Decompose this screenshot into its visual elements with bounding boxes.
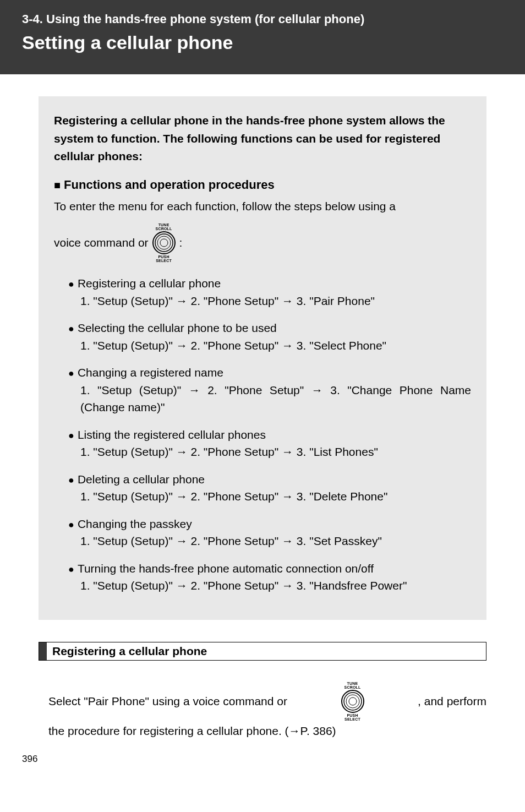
- list-item: ●Listing the registered cellular phones1…: [68, 426, 471, 461]
- section-bar: Registering a cellular phone: [39, 642, 486, 661]
- list-item-path: 1. "Setup (Setup)" → 2. "Phone Setup" → …: [68, 337, 471, 355]
- tune-scroll-knob-icon: TUNE SCROLL PUSH SELECT: [341, 682, 365, 721]
- function-list: ●Registering a cellular phone1. "Setup (…: [54, 275, 471, 595]
- list-item-path: 1. "Setup (Setup)" → 2. "Phone Setup" → …: [68, 382, 471, 416]
- main-content: Registering a cellular phone in the hand…: [0, 74, 525, 751]
- header-breadcrumb: 3-4. Using the hands-free phone system (…: [22, 12, 503, 26]
- svg-point-5: [344, 693, 362, 710]
- list-item-title: ●Changing a registered name: [68, 364, 471, 382]
- list-item: ●Changing a registered name1. "Setup (Se…: [68, 364, 471, 416]
- svg-point-7: [349, 697, 357, 705]
- list-item-path: 1. "Setup (Setup)" → 2. "Phone Setup" → …: [68, 443, 471, 461]
- round-bullet-icon: ●: [68, 564, 74, 575]
- list-item: ●Registering a cellular phone1. "Setup (…: [68, 275, 471, 309]
- list-item-title: ●Listing the registered cellular phones: [68, 426, 471, 444]
- knob-bottom-label: PUSH SELECT: [344, 713, 360, 721]
- bottom-paragraph: Select "Pair Phone" using a voice comman…: [39, 682, 486, 741]
- svg-point-4: [342, 690, 364, 712]
- bottom-line1a: Select "Pair Phone" using a voice comman…: [48, 691, 291, 711]
- list-item-path: 1. "Setup (Setup)" → 2. "Phone Setup" → …: [68, 532, 471, 550]
- list-item-title: ●Turning the hands-free phone automatic …: [68, 560, 471, 577]
- page-number: 396: [0, 751, 525, 765]
- round-bullet-icon: ●: [68, 323, 74, 334]
- list-item-title: ●Registering a cellular phone: [68, 275, 471, 292]
- round-bullet-icon: ●: [68, 279, 74, 290]
- svg-point-0: [153, 232, 175, 254]
- svg-point-3: [160, 239, 168, 247]
- round-bullet-icon: ●: [68, 430, 74, 441]
- round-bullet-icon: ●: [68, 368, 74, 379]
- list-item: ●Selecting the cellular phone to be used…: [68, 319, 471, 354]
- svg-point-6: [346, 695, 359, 708]
- knob-icon: [341, 689, 365, 713]
- knob-top-label: TUNE SCROLL: [344, 682, 361, 689]
- voice-command-line: voice command or TUNE SCROLL PUSH SELECT…: [54, 223, 471, 263]
- header-title: Setting a cellular phone: [22, 32, 503, 53]
- knob-icon: [152, 231, 176, 255]
- list-item-path: 1. "Setup (Setup)" → 2. "Phone Setup" → …: [68, 488, 471, 505]
- list-item-path: 1. "Setup (Setup)" → 2. "Phone Setup" → …: [68, 292, 471, 310]
- list-item: ●Deleting a cellular phone1. "Setup (Set…: [68, 471, 471, 505]
- voice-command-prefix: voice command or: [54, 236, 149, 249]
- functions-heading-text: Functions and operation procedures: [64, 178, 275, 192]
- list-item: ●Turning the hands-free phone automatic …: [68, 560, 471, 595]
- svg-point-1: [155, 234, 173, 252]
- knob-bottom-label: PUSH SELECT: [156, 255, 172, 263]
- list-item-title: ●Deleting a cellular phone: [68, 471, 471, 488]
- section-bar-tab: [39, 642, 47, 660]
- functions-heading: ■Functions and operation procedures: [54, 178, 471, 192]
- round-bullet-icon: ●: [68, 475, 74, 486]
- voice-command-suffix: :: [179, 236, 183, 249]
- list-item-title: ●Changing the passkey: [68, 515, 471, 533]
- intro-text: Registering a cellular phone in the hand…: [54, 112, 471, 166]
- knob-top-label: TUNE SCROLL: [156, 223, 172, 231]
- list-item-path: 1. "Setup (Setup)" → 2. "Phone Setup" → …: [68, 577, 471, 595]
- bottom-line2: the procedure for registering a cellular…: [48, 721, 486, 741]
- section-bar-label: Registering a cellular phone: [47, 642, 486, 660]
- enter-menu-text: To enter the menu for each function, fol…: [54, 198, 471, 216]
- round-bullet-icon: ●: [68, 519, 74, 530]
- square-bullet-icon: ■: [54, 179, 61, 191]
- svg-point-2: [157, 236, 171, 249]
- tune-scroll-knob-icon: TUNE SCROLL PUSH SELECT: [152, 223, 176, 263]
- bottom-line1b: , and perform: [414, 691, 486, 711]
- content-box: Registering a cellular phone in the hand…: [39, 96, 486, 620]
- list-item-title: ●Selecting the cellular phone to be used: [68, 319, 471, 337]
- page-header: 3-4. Using the hands-free phone system (…: [0, 0, 525, 74]
- list-item: ●Changing the passkey1. "Setup (Setup)" …: [68, 515, 471, 550]
